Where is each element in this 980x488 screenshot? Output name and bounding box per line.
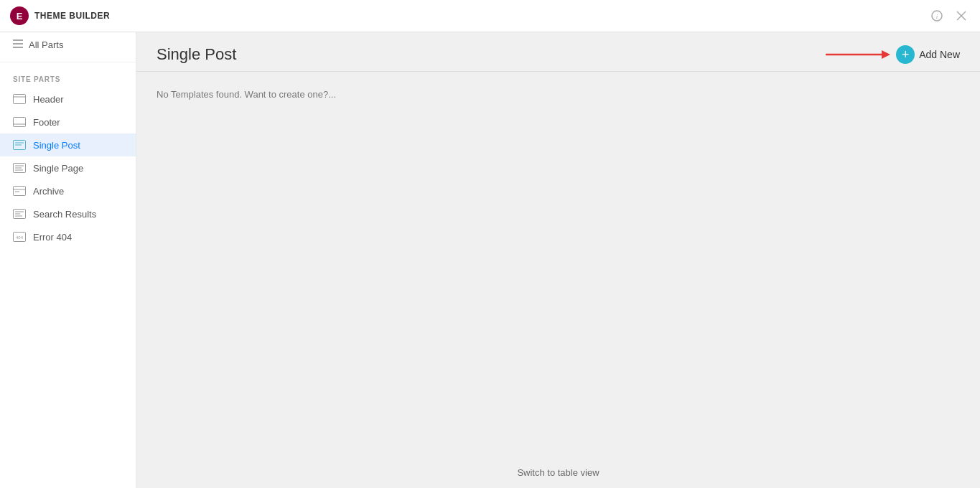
close-button[interactable] — [953, 7, 970, 24]
svg-rect-7 — [14, 95, 26, 104]
sidebar-divider — [0, 62, 136, 62]
sidebar-item-search-results[interactable]: Search Results — [0, 202, 136, 225]
add-new-button[interactable]: + Add New — [896, 45, 960, 64]
header-icon — [13, 93, 26, 105]
svg-text:404: 404 — [16, 235, 24, 240]
footer-icon — [13, 116, 26, 128]
topbar-actions: i — [928, 7, 970, 24]
sidebar-item-footer-label: Footer — [33, 117, 60, 128]
all-parts-item[interactable]: All Parts — [0, 32, 136, 57]
content-header: Single Post + Add New — [136, 32, 980, 72]
svg-rect-20 — [14, 187, 26, 196]
content-area: Single Post + Add New No Templates found… — [136, 32, 980, 488]
sidebar-item-single-post[interactable]: Single Post — [0, 133, 136, 156]
sidebar-item-header-label: Header — [33, 94, 64, 105]
sidebar-item-header[interactable]: Header — [0, 88, 136, 111]
sidebar-item-single-post-label: Single Post — [33, 140, 80, 151]
switch-table-view-button[interactable]: Switch to table view — [136, 457, 980, 488]
sidebar: All Parts SITE PARTS Header Footer — [0, 32, 136, 488]
single-page-icon — [13, 161, 26, 174]
page-title: Single Post — [157, 45, 236, 64]
svg-text:i: i — [936, 13, 938, 20]
plus-circle-icon: + — [896, 45, 915, 64]
main-layout: All Parts SITE PARTS Header Footer — [0, 32, 980, 488]
logo-area: E THEME BUILDER — [10, 6, 110, 25]
single-post-icon — [13, 139, 26, 151]
all-parts-label: All Parts — [29, 39, 63, 50]
sidebar-item-footer[interactable]: Footer — [0, 111, 136, 133]
no-templates-message: No Templates found. Want to create one?.… — [157, 89, 960, 100]
add-new-label: Add New — [919, 49, 960, 60]
content-body: No Templates found. Want to create one?.… — [136, 72, 980, 457]
search-results-icon — [13, 207, 26, 220]
sidebar-item-error-404[interactable]: 404 Error 404 — [0, 225, 136, 248]
menu-icon — [13, 39, 23, 50]
header-right: + Add New — [826, 45, 960, 64]
sidebar-item-archive-label: Archive — [33, 186, 64, 197]
site-parts-section-label: SITE PARTS — [0, 67, 136, 88]
svg-rect-9 — [14, 118, 26, 127]
archive-icon — [13, 184, 26, 197]
error-404-icon: 404 — [13, 230, 26, 243]
sidebar-item-archive[interactable]: Archive — [0, 179, 136, 202]
sidebar-item-search-results-label: Search Results — [33, 209, 96, 220]
logo-icon: E — [10, 6, 29, 25]
sidebar-item-error-404-label: Error 404 — [33, 232, 72, 243]
add-new-arrow — [826, 47, 890, 62]
svg-marker-30 — [882, 50, 890, 59]
app-title: THEME BUILDER — [34, 11, 110, 21]
sidebar-item-single-page-label: Single Page — [33, 163, 83, 174]
info-button[interactable]: i — [928, 7, 946, 24]
sidebar-item-single-page[interactable]: Single Page — [0, 156, 136, 179]
topbar: E THEME BUILDER i — [0, 0, 980, 32]
